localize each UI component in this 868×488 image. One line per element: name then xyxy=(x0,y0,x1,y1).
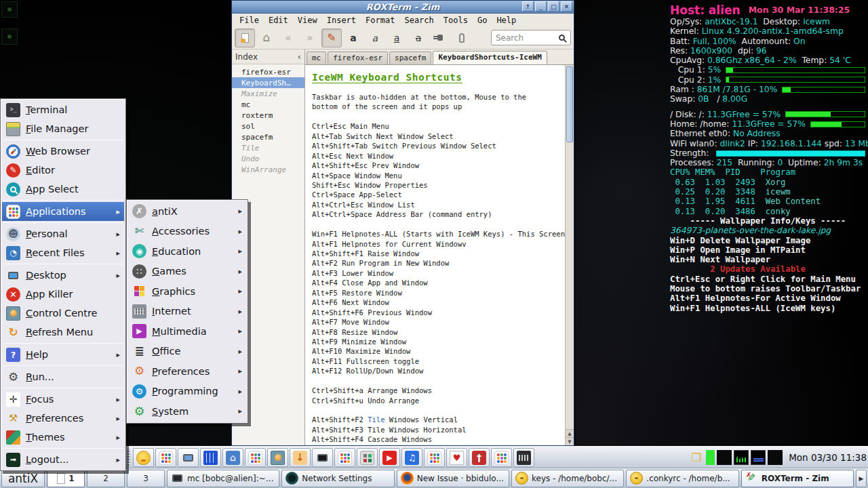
launcher-control-centre[interactable] xyxy=(267,448,288,467)
workspace-2[interactable]: 2 xyxy=(87,470,125,487)
submenu-item-internet[interactable]: Internet▸ xyxy=(128,302,246,322)
menu-item-logout[interactable]: ➟Logout...▸ xyxy=(2,450,124,469)
zim-menu-file[interactable]: File xyxy=(235,16,264,25)
antix-menu-button[interactable]: antiX xyxy=(1,470,45,487)
launcher-hearts-card[interactable]: ♥ xyxy=(446,448,467,467)
attach-file-button[interactable] xyxy=(452,28,472,47)
menu-item-app-select[interactable]: App Select xyxy=(2,180,124,199)
tab-mc[interactable]: mc xyxy=(307,52,326,64)
rollup-button[interactable]: ↑ xyxy=(522,1,534,12)
menu-item-app-killer[interactable]: ✕App Killer xyxy=(2,285,124,304)
launcher-apps-grid-3[interactable] xyxy=(334,448,355,467)
submenu-item-office[interactable]: ≣Office▸ xyxy=(128,342,246,362)
menu-item-recent-files[interactable]: ◔Recent Files▸ xyxy=(2,243,124,262)
menu-item-control-centre[interactable]: Control Centre xyxy=(2,304,124,323)
close-button[interactable]: ✕ xyxy=(561,1,572,12)
launcher-calculator[interactable] xyxy=(357,448,378,467)
workspace-3[interactable]: 3 xyxy=(127,470,165,487)
launcher-apps-grid-2[interactable] xyxy=(245,448,266,467)
index-item-sol[interactable]: sol xyxy=(232,121,304,131)
launcher-apps-grid-4[interactable] xyxy=(424,448,445,467)
zim-menu-go[interactable]: Go xyxy=(473,16,492,25)
desktop-icon-2[interactable] xyxy=(1,28,18,45)
save-page-button[interactable] xyxy=(235,28,255,47)
tray-black-block-2[interactable] xyxy=(768,450,783,465)
taskbar-clock[interactable]: Mon 03/30 11:38 xyxy=(789,452,867,463)
search-input[interactable]: Search xyxy=(491,30,571,45)
tray-cpu-meter[interactable] xyxy=(734,450,749,465)
vertical-scrollbar[interactable]: ▲ ▼ xyxy=(565,65,574,445)
menu-item-run[interactable]: ⚙Run... xyxy=(2,367,124,386)
task-button-conkyrc-home-b[interactable]: .conkyrc - /home/b... xyxy=(626,470,738,487)
zim-titlebar[interactable]: ROXTerm - Zim ↑_□✕ xyxy=(232,1,574,14)
desktop-icon-1[interactable] xyxy=(1,1,18,18)
submenu-item-education[interactable]: ◉Education▸ xyxy=(128,241,246,262)
toggle-edit-button[interactable]: ✎ xyxy=(321,28,342,47)
submenu-item-programming[interactable]: ⚙Programming▸ xyxy=(128,382,246,402)
workspace-1[interactable]: 1 xyxy=(47,470,85,487)
menu-item-desktop[interactable]: Desktop▸ xyxy=(2,266,124,285)
submenu-item-preferences[interactable]: ⚙Preferences▸ xyxy=(128,361,246,382)
tab-firefox-esr[interactable]: firefox-esr xyxy=(328,52,388,64)
menu-item-focus[interactable]: ✛Focus▸ xyxy=(2,390,124,409)
zim-menu-view[interactable]: View xyxy=(293,16,322,25)
launcher-music[interactable]: ♫ xyxy=(401,448,422,467)
scroll-down-icon[interactable]: ▼ xyxy=(566,437,574,445)
task-button-roxterm-zim[interactable]: ✎✗ROXTerm - Zim xyxy=(741,470,854,487)
menu-item-help[interactable]: ?Help▸ xyxy=(2,345,124,364)
zim-menu-help[interactable]: Help xyxy=(492,16,521,25)
launcher-home[interactable]: ⌂ xyxy=(222,448,243,467)
index-item-winarrange[interactable]: WinArrange xyxy=(232,164,304,175)
launcher-dark-screen[interactable] xyxy=(312,448,333,467)
forward-button[interactable]: » xyxy=(300,28,320,47)
scroll-up-icon[interactable]: ▲ xyxy=(566,429,574,437)
tab-spacefm[interactable]: spacefm xyxy=(389,52,431,64)
zim-menu-tools[interactable]: Tools xyxy=(439,16,473,25)
launcher-solitaire[interactable]: † xyxy=(469,448,490,467)
strikethrough-button[interactable]: a xyxy=(408,28,429,47)
home-button[interactable]: ⌂ xyxy=(256,28,277,47)
submenu-item-games[interactable]: ∷Games▸ xyxy=(128,262,246,282)
minimize-button[interactable]: _ xyxy=(535,1,547,12)
task-button-network-settings[interactable]: Network Settings xyxy=(281,470,394,487)
zim-menu-insert[interactable]: Insert xyxy=(322,16,361,25)
menu-item-web-browser[interactable]: Web Browser xyxy=(2,142,124,161)
tray-green-block[interactable] xyxy=(706,450,715,465)
menu-item-refresh-menu[interactable]: ↻Refresh Menu xyxy=(2,323,124,342)
tray-net-meter[interactable] xyxy=(751,450,766,465)
submenu-item-multimedia[interactable]: ▶Multimedia▸ xyxy=(128,321,246,342)
menu-item-personal[interactable]: ☻Personal▸ xyxy=(2,224,124,243)
maximize-button[interactable]: □ xyxy=(548,1,559,12)
index-item-tile[interactable]: Tile xyxy=(232,142,304,153)
menu-item-applications[interactable]: Applications▸ xyxy=(2,202,124,221)
submenu-item-graphics[interactable]: Graphics▸ xyxy=(128,281,246,302)
zim-menu-format[interactable]: Format xyxy=(361,16,399,25)
launcher-youtube-dl[interactable]: ▶ xyxy=(379,448,400,467)
index-item-maximize[interactable]: Maximize xyxy=(232,88,304,99)
launcher-apps-grid-1[interactable] xyxy=(155,448,176,467)
submenu-item-system[interactable]: ⚙System▸ xyxy=(128,401,246,422)
menu-item-terminal[interactable]: >_Terminal xyxy=(2,100,124,119)
index-item-undo[interactable]: Undo xyxy=(232,153,304,164)
task-button-new-issue-bbidulo[interactable]: New Issue · bbidulo... xyxy=(397,470,509,487)
launcher-apps-grid-5[interactable] xyxy=(491,448,512,467)
task-button-mc-bobc-alien[interactable]: mc [bobc@alien]:~/... xyxy=(167,470,279,487)
scrollbar-thumb[interactable] xyxy=(566,66,573,142)
insert-link-button[interactable] xyxy=(430,28,450,47)
index-item-roxterm[interactable]: roxterm xyxy=(232,110,304,121)
tray-black-block-1[interactable] xyxy=(717,450,732,465)
launcher-download-arrow[interactable]: ↓ xyxy=(290,448,311,467)
underline-button[interactable]: a xyxy=(387,28,407,47)
collapse-pane-icon[interactable]: ‹ xyxy=(298,52,301,62)
bold-button[interactable]: a xyxy=(343,28,363,47)
launcher-terminal[interactable] xyxy=(178,448,199,467)
launcher-bird[interactable] xyxy=(133,448,154,467)
menu-item-file-manager[interactable]: File Manager xyxy=(2,119,124,138)
zim-menu-edit[interactable]: Edit xyxy=(264,16,293,25)
zim-menu-search[interactable]: Search xyxy=(399,16,438,25)
index-item-spacefm[interactable]: spacefm xyxy=(232,131,304,142)
taskbar-overflow-button[interactable]: ▶ xyxy=(856,470,867,487)
index-item-mc[interactable]: mc xyxy=(232,99,304,110)
launcher-keyboard[interactable] xyxy=(513,448,534,467)
menu-item-preferences[interactable]: ⚒Preferences▸ xyxy=(2,409,124,428)
